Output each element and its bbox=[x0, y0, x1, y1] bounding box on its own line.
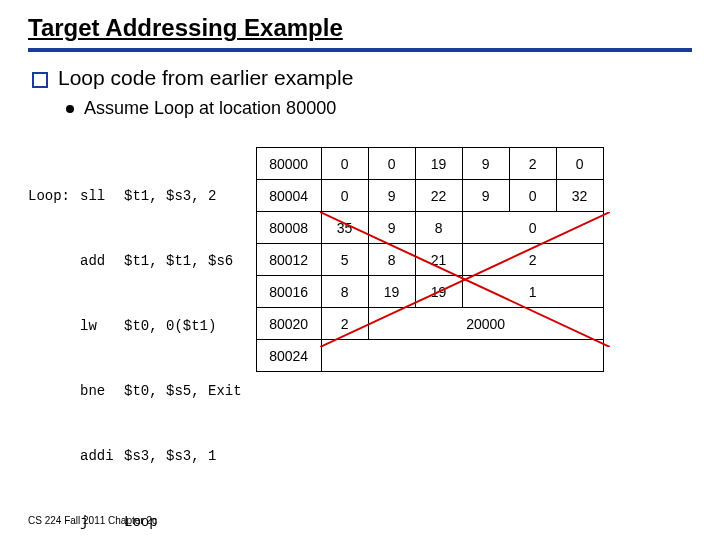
table-row: 80008 35 9 8 0 bbox=[256, 212, 603, 244]
slide-footer: CS 224 Fall 2011 Chapter 2c bbox=[28, 515, 157, 526]
assembly-code: Loop:sll$t1, $s3, 2 add$t1, $t1, $s6 lw$… bbox=[28, 147, 242, 540]
table-row: 80012 5 8 21 2 bbox=[256, 244, 603, 276]
encoding-table: 80000 0 0 19 9 2 0 80004 0 9 22 9 0 32 bbox=[256, 147, 604, 372]
table-row: 80000 0 0 19 9 2 0 bbox=[256, 148, 603, 180]
slide-title: Target Addressing Example bbox=[28, 14, 692, 42]
encoding-table-wrap: 80000 0 0 19 9 2 0 80004 0 9 22 9 0 32 bbox=[256, 147, 604, 372]
bullet-level-2: Assume Loop at location 80000 bbox=[66, 98, 692, 119]
square-bullet-icon bbox=[32, 72, 48, 88]
table-row: 80024 bbox=[256, 340, 603, 372]
bullet2-text: Assume Loop at location 80000 bbox=[84, 98, 336, 119]
table-row: 80016 8 19 19 1 bbox=[256, 276, 603, 308]
table-row: 80020 2 20000 bbox=[256, 308, 603, 340]
bullet-level-1: Loop code from earlier example bbox=[28, 66, 692, 90]
bullet1-text: Loop code from earlier example bbox=[58, 66, 353, 90]
title-rule bbox=[28, 48, 692, 52]
dot-bullet-icon bbox=[66, 105, 74, 113]
table-row: 80004 0 9 22 9 0 32 bbox=[256, 180, 603, 212]
